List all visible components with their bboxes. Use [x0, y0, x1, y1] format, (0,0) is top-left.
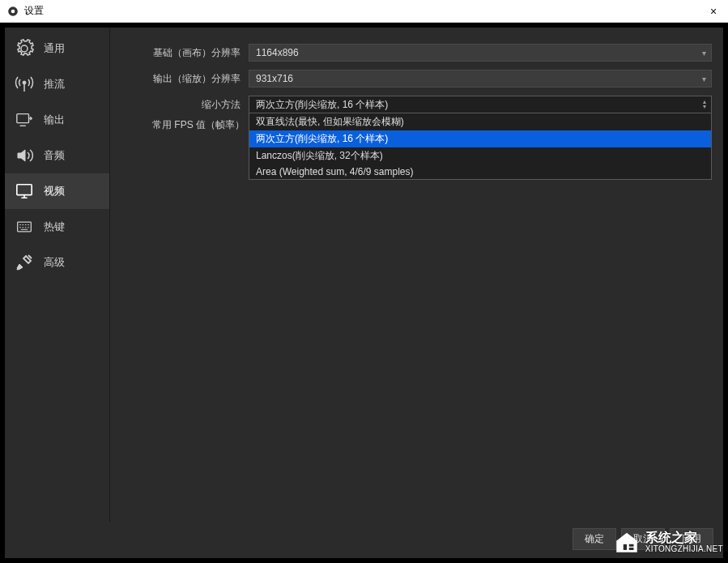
- cancel-button[interactable]: 取消: [621, 528, 665, 550]
- monitor-icon: [13, 180, 36, 203]
- antenna-icon: [13, 73, 36, 96]
- downscale-option[interactable]: Area (Weighted sum, 4/6/9 samples): [249, 164, 711, 179]
- chevron-down-icon: ▾: [702, 75, 706, 83]
- app-icon: [6, 5, 19, 18]
- output-resolution-value: 931x716: [256, 73, 293, 84]
- downscale-option[interactable]: Lanczos(削尖缩放, 32个样本): [249, 147, 711, 164]
- fps-label: 常用 FPS 值（帧率）: [118, 118, 248, 132]
- svg-point-2: [23, 81, 26, 84]
- sidebar-item-hotkeys[interactable]: 热键: [5, 209, 109, 245]
- sidebar-item-general[interactable]: 通用: [5, 31, 109, 66]
- window-body: 通用 推流 输出 音频: [0, 23, 728, 563]
- gear-icon: [13, 37, 36, 60]
- sidebar-item-output[interactable]: 输出: [5, 102, 109, 138]
- svg-rect-3: [17, 114, 29, 123]
- downscale-filter-row: 缩小方法 两次立方(削尖缩放, 16 个样本) ▴▾ 双直线法(最快, 但如果缩…: [118, 96, 712, 113]
- video-settings-panel: 基础（画布）分辨率 1164x896 ▾ 输出（缩放）分辨率 931x716 ▾: [110, 28, 723, 522]
- output-resolution-label: 输出（缩放）分辨率: [118, 72, 244, 86]
- output-icon: [13, 109, 36, 131]
- base-resolution-label: 基础（画布）分辨率: [118, 46, 244, 60]
- close-button[interactable]: ×: [705, 5, 722, 18]
- sidebar-item-label: 音频: [44, 148, 65, 163]
- tools-icon: [13, 251, 36, 274]
- dialog-footer: 确定 取消 应用: [5, 522, 723, 558]
- base-resolution-combo[interactable]: 1164x896 ▾: [249, 44, 712, 62]
- keyboard-icon: [13, 215, 36, 238]
- speaker-icon: [13, 144, 36, 167]
- titlebar: 设置 ×: [0, 0, 728, 23]
- sidebar-item-stream[interactable]: 推流: [5, 66, 109, 102]
- sidebar: 通用 推流 输出 音频: [5, 28, 110, 522]
- downscale-option[interactable]: 两次立方(削尖缩放, 16 个样本): [249, 130, 711, 147]
- svg-rect-4: [17, 185, 32, 195]
- sidebar-item-label: 推流: [44, 77, 65, 92]
- downscale-filter-dropdown: 双直线法(最快, 但如果缩放会模糊) 两次立方(削尖缩放, 16 个样本) La…: [249, 113, 712, 180]
- sidebar-item-label: 输出: [44, 113, 65, 127]
- sidebar-item-label: 视频: [44, 184, 65, 198]
- sidebar-item-advanced[interactable]: 高级: [5, 245, 109, 280]
- downscale-filter-value: 两次立方(削尖缩放, 16 个样本): [256, 98, 388, 112]
- svg-point-1: [11, 9, 15, 13]
- base-resolution-value: 1164x896: [256, 47, 299, 58]
- chevron-updown-icon: ▴▾: [703, 100, 706, 109]
- output-resolution-combo[interactable]: 931x716 ▾: [249, 70, 712, 87]
- fps-row: 常用 FPS 值（帧率） ▴▾: [118, 118, 264, 132]
- sidebar-item-audio[interactable]: 音频: [5, 138, 109, 173]
- chevron-down-icon: ▾: [702, 49, 706, 58]
- base-resolution-row: 基础（画布）分辨率 1164x896 ▾: [118, 44, 712, 62]
- sidebar-item-video[interactable]: 视频: [5, 173, 109, 209]
- output-resolution-row: 输出（缩放）分辨率 931x716 ▾: [118, 70, 712, 87]
- downscale-filter-label: 缩小方法: [118, 98, 244, 112]
- apply-button[interactable]: 应用: [670, 528, 713, 550]
- sidebar-item-label: 高级: [44, 255, 65, 270]
- window-title: 设置: [24, 4, 705, 18]
- sidebar-item-label: 热键: [44, 220, 65, 234]
- downscale-filter-combo[interactable]: 两次立方(削尖缩放, 16 个样本) ▴▾: [249, 96, 712, 113]
- ok-button[interactable]: 确定: [573, 528, 616, 550]
- sidebar-item-label: 通用: [44, 41, 65, 56]
- svg-rect-5: [18, 222, 32, 232]
- downscale-option[interactable]: 双直线法(最快, 但如果缩放会模糊): [249, 113, 711, 130]
